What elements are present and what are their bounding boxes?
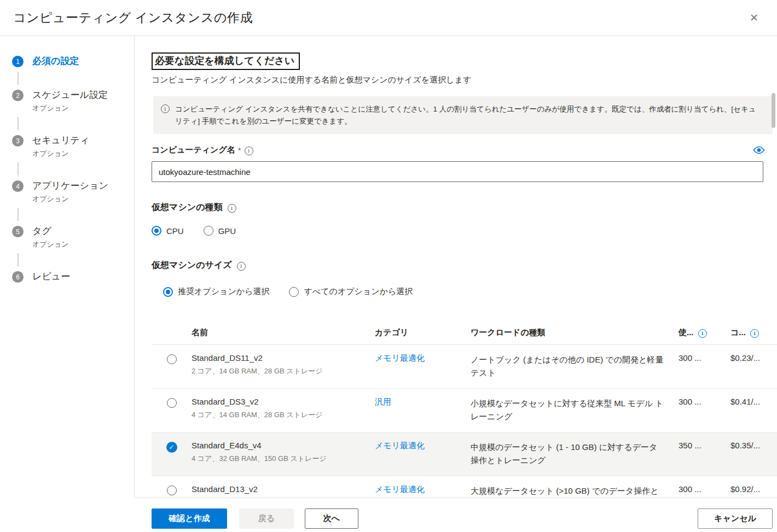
vm-workload: 大規模なデータセット (>10 GB) でのデータ操作とトレーニング <box>471 484 679 498</box>
radio-label: 推奨オプションから選択 <box>178 287 269 297</box>
step-required-settings[interactable]: 1 必須の設定 <box>12 55 134 68</box>
step-number-badge: 4 <box>12 180 24 192</box>
vm-size-radio-group: 推奨オプションから選択 すべてのオプションから選択 <box>152 287 777 297</box>
vm-size-recommended-radio[interactable]: 推奨オプションから選択 <box>163 287 269 297</box>
row-radio-icon[interactable] <box>167 486 177 495</box>
row-radio-icon[interactable] <box>167 354 177 364</box>
dialog-body: 1 必須の設定 2 スケジュール設定 オプション 3 セキュリティ オプション <box>0 36 777 498</box>
close-icon <box>750 11 758 24</box>
vm-workload: 中規模のデータセット (1 - 10 GB) に対するデータ操作とトレーニング <box>471 441 679 467</box>
radio-unselected-icon <box>289 287 299 297</box>
step-schedule[interactable]: 2 スケジュール設定 オプション <box>12 89 134 113</box>
step-number-badge: 6 <box>12 271 24 283</box>
create-compute-instance-dialog: コンピューティング インスタンスの作成 1 必須の設定 2 スケジュール設定 オ… <box>0 0 777 532</box>
step-security[interactable]: 3 セキュリティ オプション <box>12 134 134 159</box>
step-review[interactable]: 6 レビュー <box>12 270 134 283</box>
dialog-header: コンピューティング インスタンスの作成 <box>0 0 777 36</box>
info-icon[interactable] <box>750 329 759 338</box>
vm-name: Standard_DS3_v2 <box>192 397 375 406</box>
vm-type-gpu-radio[interactable]: GPU <box>204 226 236 236</box>
vm-size-label: 仮想マシンのサイズ <box>152 260 232 271</box>
vm-category-link[interactable]: メモリ最適化 <box>375 484 471 495</box>
step-connector <box>18 162 19 176</box>
step-label: スケジュール設定 <box>32 89 108 102</box>
steps-sidebar: 1 必須の設定 2 スケジュール設定 オプション 3 セキュリティ オプション <box>0 36 135 498</box>
step-number-badge: 1 <box>12 56 24 67</box>
info-icon <box>161 104 170 113</box>
info-icon[interactable] <box>698 329 707 338</box>
radio-label: CPU <box>166 226 184 236</box>
table-row-standard-ds11-v2[interactable]: Standard_DS11_v2 2 コア、14 GB RAM、28 GB スト… <box>152 345 777 389</box>
create-button[interactable]: 確認と作成 <box>152 508 227 529</box>
step-applications[interactable]: 4 アプリケーション オプション <box>12 179 134 204</box>
scrollbar-thumb[interactable] <box>772 93 775 128</box>
step-number-badge: 5 <box>12 226 24 237</box>
column-header-category: カテゴリ <box>375 328 471 338</box>
info-icon[interactable] <box>228 204 236 213</box>
table-row-standard-e4ds-v4-selected[interactable]: Standard_E4ds_v4 4 コア、32 GB RAM、150 GB ス… <box>152 432 777 476</box>
vm-quota: 350 ... <box>679 441 730 450</box>
vm-name: Standard_DS11_v2 <box>192 353 375 363</box>
vm-type-radio-group: CPU GPU <box>152 226 777 236</box>
step-number-badge: 3 <box>12 135 24 147</box>
vm-workload: 小規模なデータセットに対する従来型 ML モデル トレーニング <box>471 397 679 423</box>
vm-name: Standard_D13_v2 <box>192 484 375 494</box>
step-connector <box>18 253 19 266</box>
table-row-standard-d13-v2[interactable]: Standard_D13_v2 メモリ最適化 大規模なデータセット (>10 G… <box>152 476 777 498</box>
cancel-button[interactable]: キャンセル <box>698 508 773 529</box>
next-button[interactable]: 次へ <box>305 508 358 529</box>
step-optional-label: オプション <box>32 239 69 249</box>
vm-specs: 2 コア、14 GB RAM、28 GB ストレージ <box>192 366 375 376</box>
step-optional-label: オプション <box>32 103 108 113</box>
info-banner: コンピューティング インスタンスを共有できないことに注意してください。1 人の割… <box>153 96 773 134</box>
table-header-row: 名前 カテゴリ ワークロードの種類 使... コ... <box>152 322 777 345</box>
vm-size-label-row: 仮想マシンのサイズ <box>152 260 777 271</box>
vm-type-label-row: 仮想マシンの種類 <box>152 202 777 213</box>
radio-label: GPU <box>218 226 236 236</box>
column-header-name: 名前 <box>192 328 375 338</box>
info-icon[interactable] <box>245 147 253 155</box>
vm-workload: ノートブック (またはその他の IDE) での開発と軽量テスト <box>471 353 679 379</box>
step-connector <box>18 72 19 85</box>
vm-size-all-options-radio[interactable]: すべてのオプションから選択 <box>289 287 413 297</box>
eye-icon[interactable] <box>753 146 765 154</box>
vm-category-link[interactable]: メモリ最適化 <box>375 353 471 364</box>
footer-divider <box>135 498 777 498</box>
vm-size-table: 名前 カテゴリ ワークロードの種類 使... コ... Stand <box>152 322 777 498</box>
step-label: 必須の設定 <box>32 56 79 66</box>
step-tags[interactable]: 5 タグ オプション <box>12 225 134 249</box>
dialog-footer: 確認と作成 戻る 次へ キャンセル <box>0 498 777 532</box>
vm-quota: 300 ... <box>679 397 730 406</box>
step-label: レビュー <box>32 271 70 282</box>
step-label: タグ <box>32 225 69 238</box>
step-connector <box>18 117 19 130</box>
column-header-workload: ワークロードの種類 <box>471 328 679 338</box>
radio-label: すべてのオプションから選択 <box>304 287 413 297</box>
info-icon[interactable] <box>237 262 246 271</box>
step-optional-label: オプション <box>32 194 108 204</box>
step-optional-label: オプション <box>32 149 89 159</box>
radio-selected-icon <box>163 287 173 297</box>
compute-name-label: コンピューティング名 <box>152 145 235 155</box>
vm-quota: 300 ... <box>679 484 730 494</box>
compute-name-input[interactable] <box>152 161 763 182</box>
section-subheading: コンピューティング インスタンスに使用する名前と仮想マシンのサイズを選択します <box>152 75 777 85</box>
row-radio-icon[interactable] <box>167 398 177 408</box>
vertical-scrollbar[interactable] <box>769 36 777 498</box>
settings-panel: 必要な設定を構成してください コンピューティング インスタンスに使用する名前と仮… <box>135 36 777 498</box>
step-connector <box>18 208 19 221</box>
vm-type-cpu-radio[interactable]: CPU <box>152 226 184 236</box>
vm-category-link[interactable]: メモリ最適化 <box>375 441 471 451</box>
required-asterisk: * <box>238 145 241 155</box>
close-button[interactable] <box>744 8 764 28</box>
radio-unselected-icon <box>204 226 213 236</box>
vm-category-link[interactable]: 汎用 <box>375 397 471 407</box>
section-heading: 必要な設定を構成してください <box>152 52 300 70</box>
info-banner-text: コンピューティング インスタンスを共有できないことに注意してください。1 人の割… <box>170 103 761 127</box>
selected-check-icon[interactable] <box>166 442 177 453</box>
vm-specs: 4 コア、32 GB RAM、150 GB ストレージ <box>192 454 375 464</box>
table-row-standard-ds3-v2[interactable]: Standard_DS3_v2 4 コア、14 GB RAM、28 GB ストレ… <box>152 389 777 432</box>
back-button[interactable]: 戻る <box>239 508 294 529</box>
column-header-quota: 使... <box>679 328 730 338</box>
step-label: セキュリティ <box>32 134 89 147</box>
